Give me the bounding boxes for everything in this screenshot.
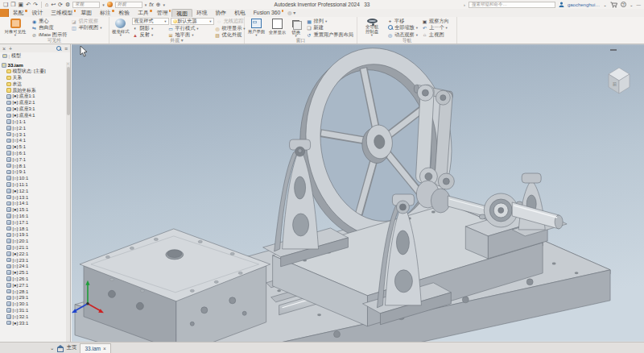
tab-标注[interactable]: 标注 <box>96 9 115 17</box>
center-of-gravity-button[interactable]: ◉ 重心 <box>31 18 68 25</box>
cart-icon[interactable] <box>610 2 617 8</box>
tree-item[interactable]: 关系 <box>2 75 66 81</box>
tab-装配[interactable]: 装配 <box>9 9 28 17</box>
chevron-down-icon[interactable]: ▾ <box>145 2 147 7</box>
texture-display-button[interactable]: ◎ 纹理显示▾ <box>214 25 246 32</box>
browser-close-button[interactable]: × <box>2 46 6 52</box>
chevron-down-icon[interactable]: ⌄ <box>603 2 607 7</box>
new-window-button[interactable]: ❏ 新建 <box>306 25 355 32</box>
tab-协作[interactable]: 协作 <box>212 9 231 17</box>
new-file-icon[interactable]: ❏ <box>3 1 8 9</box>
tree-item[interactable]: [●]:底座4:1 <box>2 112 66 118</box>
home-tab[interactable]: 主页 <box>66 344 76 351</box>
tab-工具[interactable]: 工具 <box>134 9 153 17</box>
degrees-of-freedom-button[interactable]: ⇆ 自由度 <box>31 25 68 32</box>
tree-item[interactable]: [○]:4:1 <box>2 138 66 144</box>
chevron-down-icon[interactable]: ⌄ <box>630 2 634 7</box>
tree-item[interactable]: [○]:28:1 <box>2 289 66 295</box>
qat-overflow-icon[interactable]: ▾ <box>163 2 166 7</box>
tab-草图[interactable]: 草图 <box>76 9 96 17</box>
switch-windows-button[interactable]: 切换 ▾ <box>289 18 303 37</box>
scroll-up-icon[interactable]: ^ <box>66 62 70 66</box>
tree-item[interactable]: [●]:33:1 <box>2 320 66 326</box>
graphics-viewport[interactable]: 前 <box>72 44 644 342</box>
object-visibility-button[interactable]: 对象可见性 ▾ <box>2 18 28 37</box>
undo-icon[interactable]: ↶ <box>26 1 31 9</box>
tree-item[interactable]: [○]:29:1 <box>2 294 66 301</box>
tree-item[interactable]: [○]:8:1 <box>2 163 66 169</box>
browser-add-pane-button[interactable]: + <box>9 46 12 52</box>
view-cube[interactable]: 前 <box>602 64 636 99</box>
collapse-chevron-icon[interactable]: ⌄ <box>50 345 54 351</box>
tree-item[interactable]: [○]:31:1 <box>2 307 66 314</box>
tree-item[interactable]: [○]:26:1 <box>2 276 66 282</box>
tree-item[interactable]: [○]:16:1 <box>2 213 66 219</box>
full-screen-button[interactable]: 全屏显示 <box>268 18 287 37</box>
arrange-button[interactable]: ▦ 排列▾ <box>306 18 355 25</box>
tab-管理[interactable]: 管理 <box>153 9 172 17</box>
minimize-button[interactable]: — <box>637 2 642 7</box>
canvas-minimize-dash[interactable] <box>610 49 617 51</box>
help-icon[interactable]: ? <box>621 2 626 7</box>
tree-item[interactable]: [●]:12:1 <box>2 188 66 194</box>
tab-overflow-button[interactable]: ◎ ▾ <box>284 9 299 17</box>
document-tab-active[interactable]: 33.iam × <box>80 343 110 353</box>
search-input[interactable]: 搜索帮助和命令… <box>469 2 555 8</box>
tree-item[interactable]: [○]:13:1 <box>2 194 66 201</box>
material-combo[interactable]: 常规 <box>72 2 100 8</box>
tree-item[interactable]: [○]:32:1 <box>2 314 66 320</box>
tree-item[interactable]: [○]:6:1 <box>2 150 66 156</box>
home-tab-icon[interactable] <box>57 346 63 351</box>
lighting-style-combo[interactable]: 默认光源▾ <box>171 18 214 25</box>
tab-视图[interactable]: 视图 <box>171 9 192 17</box>
look-at-button[interactable]: ▣ 观察方向 <box>421 18 450 25</box>
tab-三维模型[interactable]: 三维模型 <box>47 9 76 17</box>
tree-item[interactable]: [○]:17:1 <box>2 219 66 226</box>
application-menu-button[interactable] <box>0 9 9 17</box>
gear-icon[interactable]: ⚙ <box>65 1 70 9</box>
visual-style-combo[interactable]: 视觉样式▾ <box>132 18 169 25</box>
tree-item[interactable]: [●]:22:1 <box>2 251 66 257</box>
browser-search-icon[interactable] <box>56 46 61 51</box>
tree-item[interactable]: [●]:25:1 <box>2 269 66 276</box>
tree-item[interactable]: [○]:30:1 <box>2 301 66 307</box>
model-tree[interactable]: 33.iam模型状态: [主要]关系表达原始坐标系[●]:底座1:1[●]:底座… <box>0 62 66 342</box>
tree-item[interactable]: [○]:7:1 <box>2 156 66 163</box>
tree-item[interactable]: [○]:2:1 <box>2 125 66 131</box>
tab-设计[interactable]: 设计 <box>28 9 47 17</box>
visual-style-button[interactable]: 视觉样式 ▾ <box>112 18 130 37</box>
return-icon[interactable]: ↩ <box>51 1 56 9</box>
tab-机电[interactable]: 机电 <box>230 9 250 17</box>
previous-view-button[interactable]: ↶ 上一个▾ <box>421 25 450 32</box>
half-section-view-button[interactable]: ◫ 半剖视图▾ <box>70 25 102 32</box>
tree-item[interactable]: [○]:19:1 <box>2 232 66 239</box>
home-icon[interactable]: ⌂ <box>45 1 48 9</box>
zoom-all-button[interactable]: 全部缩放▾ <box>386 25 419 32</box>
model-canvas[interactable] <box>72 44 644 342</box>
user-interface-button[interactable]: 用户界面 ▾ <box>247 18 266 37</box>
tree-item[interactable]: [○]:9:1 <box>2 169 66 176</box>
browser-scrollbar[interactable]: ^ <box>66 62 70 342</box>
tree-item[interactable]: [○]:3:1 <box>2 131 66 138</box>
signed-in-user[interactable]: gaochenghui… <box>568 2 600 7</box>
orthographic-button[interactable]: ▭ 平行模式▾ <box>167 25 214 32</box>
tab-Fusion 360[interactable]: Fusion 360 <box>250 9 285 17</box>
tree-item[interactable]: [○]:23:1 <box>2 257 66 264</box>
tab-环境[interactable]: 环境 <box>192 9 212 17</box>
tree-item[interactable]: [●]:27:1 <box>2 282 66 289</box>
chevron-down-icon[interactable]: ▾ <box>102 2 105 7</box>
appearance-combo[interactable]: 外观 <box>115 2 142 8</box>
tree-item[interactable]: [○]:10:1 <box>2 175 66 181</box>
tree-item[interactable]: [○]:1:1 <box>2 118 66 125</box>
scrollbar-thumb[interactable] <box>67 67 70 115</box>
measure-icon[interactable]: ⊕ <box>156 1 161 9</box>
search-flyout-icon[interactable]: › <box>464 2 465 7</box>
tree-item[interactable]: [○]:14:1 <box>2 201 66 207</box>
tree-item[interactable]: [○]:24:1 <box>2 264 66 270</box>
close-tab-icon[interactable]: × <box>103 346 106 351</box>
redo-icon[interactable]: ↷ <box>33 1 38 9</box>
tree-item[interactable]: [○]:20:1 <box>2 238 66 244</box>
navigation-wheel-button[interactable]: 全导航控制盘 ▾ <box>360 18 384 37</box>
save-icon[interactable]: ▣ <box>19 1 24 9</box>
tree-item[interactable]: [○]:21:1 <box>2 244 66 251</box>
